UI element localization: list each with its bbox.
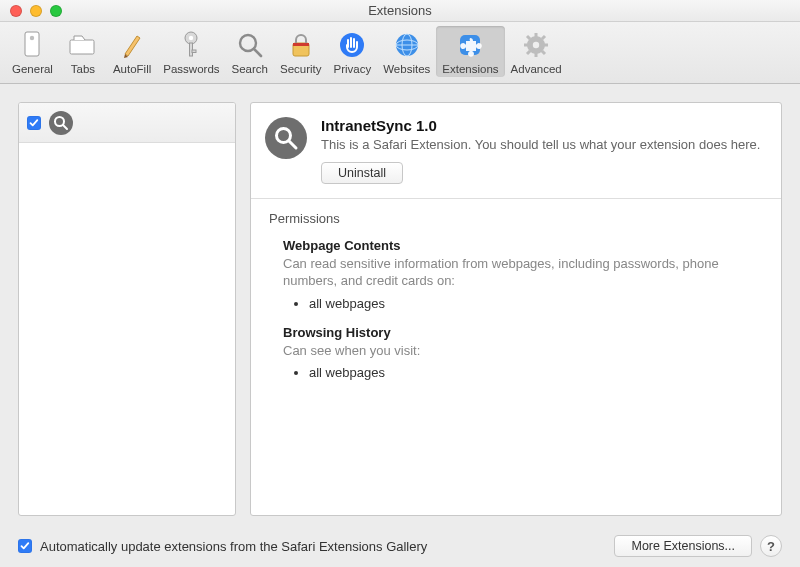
search-icon (265, 117, 307, 159)
tab-label: Advanced (511, 63, 562, 75)
svg-line-24 (542, 51, 545, 54)
tab-passwords[interactable]: Passwords (157, 26, 225, 77)
svg-line-25 (527, 51, 530, 54)
svg-line-28 (63, 125, 67, 129)
svg-rect-6 (192, 50, 196, 53)
globe-icon (391, 29, 423, 61)
svg-rect-10 (293, 43, 309, 46)
tab-tabs[interactable]: Tabs (59, 26, 107, 77)
tab-search[interactable]: Search (226, 26, 274, 77)
svg-line-8 (254, 49, 261, 56)
content-area: IntranetSync 1.0 This is a Safari Extens… (0, 84, 800, 526)
tab-security[interactable]: Security (274, 26, 328, 77)
svg-rect-2 (70, 40, 94, 54)
svg-line-30 (289, 141, 296, 148)
permission-item: all webpages (309, 296, 763, 311)
window-titlebar: Extensions (0, 0, 800, 22)
permission-group-description: Can see when you visit: (283, 342, 763, 360)
uninstall-button[interactable]: Uninstall (321, 162, 403, 184)
minimize-window-button[interactable] (30, 5, 42, 17)
permission-group-description: Can read sensitive information from webp… (283, 255, 763, 290)
tab-label: Privacy (334, 63, 372, 75)
svg-line-26 (542, 36, 545, 39)
tab-label: Search (232, 63, 268, 75)
help-button[interactable]: ? (760, 535, 782, 557)
search-icon (49, 111, 73, 135)
tab-autofill[interactable]: AutoFill (107, 26, 157, 77)
tab-general[interactable]: General (6, 26, 59, 77)
window-controls (10, 5, 62, 17)
tab-label: Tabs (71, 63, 95, 75)
svg-point-18 (533, 42, 539, 48)
svg-point-1 (30, 36, 34, 40)
extension-details-panel: IntranetSync 1.0 This is a Safari Extens… (250, 102, 782, 516)
auto-update-checkbox[interactable] (18, 539, 32, 553)
tabs-icon (67, 29, 99, 61)
permission-group-title: Browsing History (283, 325, 763, 340)
pencil-icon (116, 29, 148, 61)
footer: Automatically update extensions from the… (0, 526, 800, 566)
tab-label: Security (280, 63, 322, 75)
general-icon (16, 29, 48, 61)
extension-description: This is a Safari Extension. You should t… (321, 136, 765, 154)
svg-point-4 (189, 36, 193, 40)
hand-icon (336, 29, 368, 61)
zoom-window-button[interactable] (50, 5, 62, 17)
window-title: Extensions (368, 3, 432, 18)
permission-group-title: Webpage Contents (283, 238, 763, 253)
auto-update-label: Automatically update extensions from the… (40, 539, 427, 554)
tab-websites[interactable]: Websites (377, 26, 436, 77)
permissions-heading: Permissions (269, 211, 763, 226)
search-icon (234, 29, 266, 61)
tab-extensions[interactable]: Extensions (436, 26, 504, 77)
permission-items: all webpages (283, 365, 763, 380)
close-window-button[interactable] (10, 5, 22, 17)
lock-icon (285, 29, 317, 61)
tab-label: AutoFill (113, 63, 151, 75)
extension-list-item[interactable] (19, 103, 235, 143)
tab-advanced[interactable]: Advanced (505, 26, 568, 77)
puzzle-icon (454, 29, 486, 61)
tab-label: General (12, 63, 53, 75)
svg-line-23 (527, 36, 530, 39)
svg-rect-0 (25, 32, 39, 56)
extension-header: IntranetSync 1.0 This is a Safari Extens… (251, 103, 781, 199)
permissions-section: Permissions Webpage Contents Can read se… (251, 199, 781, 411)
permission-item: all webpages (309, 365, 763, 380)
tab-privacy[interactable]: Privacy (328, 26, 378, 77)
gear-icon (520, 29, 552, 61)
extension-title: IntranetSync 1.0 (321, 117, 765, 134)
key-icon (175, 29, 207, 61)
tab-label: Passwords (163, 63, 219, 75)
preferences-toolbar: General Tabs AutoFill Passwords Search S… (0, 22, 800, 84)
permission-items: all webpages (283, 296, 763, 311)
extension-enable-checkbox[interactable] (27, 116, 41, 130)
tab-label: Extensions (442, 63, 498, 75)
extensions-sidebar (18, 102, 236, 516)
more-extensions-button[interactable]: More Extensions... (614, 535, 752, 557)
tab-label: Websites (383, 63, 430, 75)
